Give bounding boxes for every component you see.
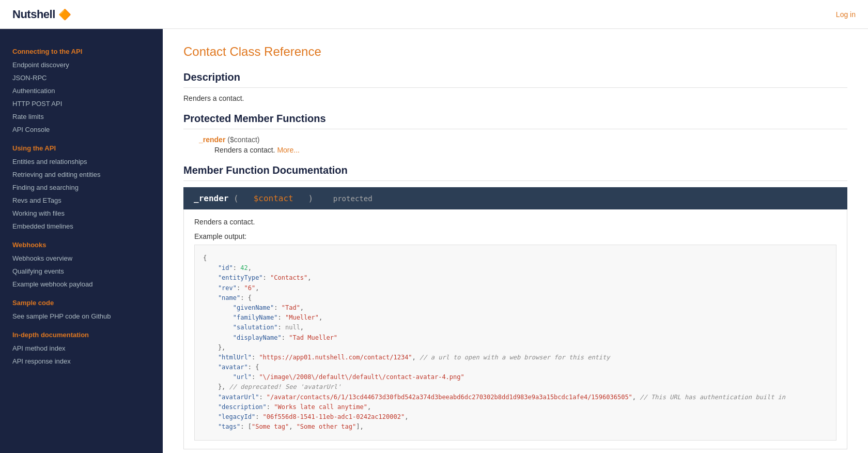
sidebar-item-rate-limits[interactable]: Rate limits xyxy=(0,110,163,123)
sidebar-item-retrieving-editing[interactable]: Retrieving and editing entities xyxy=(0,168,163,181)
sidebar-item-entities-relationships[interactable]: Entities and relationships xyxy=(0,155,163,168)
member-func-params: ($contact) xyxy=(227,135,259,144)
sidebar: Connecting to the API Endpoint discovery… xyxy=(0,29,163,453)
header: Nutshell 🔶 Log in xyxy=(0,0,868,29)
logo: Nutshell 🔶 xyxy=(12,8,71,21)
layout: Connecting to the API Endpoint discovery… xyxy=(0,29,868,453)
description-section: Description Renders a contact. xyxy=(183,71,847,102)
logo-text: Nutshell xyxy=(12,8,55,21)
sidebar-section-sample-code[interactable]: Sample code xyxy=(0,291,163,310)
sidebar-item-endpoint-discovery[interactable]: Endpoint discovery xyxy=(0,58,163,71)
member-row-render: _render ($contact) xyxy=(199,135,847,144)
sidebar-item-webhooks-overview[interactable]: Webhooks overview xyxy=(0,252,163,265)
description-text: Renders a contact. xyxy=(183,94,847,102)
member-desc-text: Renders a contact. xyxy=(214,146,275,154)
example-label: Example output: xyxy=(194,232,836,240)
sidebar-item-json-rpc[interactable]: JSON-RPC xyxy=(0,71,163,84)
sidebar-item-api-method-index[interactable]: API method index xyxy=(0,342,163,355)
sidebar-item-revs-etags[interactable]: Revs and ETags xyxy=(0,194,163,207)
main-content: Contact Class Reference Description Rend… xyxy=(163,29,868,453)
member-function-doc-title: Member Function Documentation xyxy=(183,164,847,181)
func-header: _render ( $contact ) protected xyxy=(183,187,847,209)
member-func-name: _render xyxy=(199,135,225,144)
sidebar-item-qualifying-events[interactable]: Qualifying events xyxy=(0,265,163,278)
sidebar-item-working-with-files[interactable]: Working with files xyxy=(0,207,163,220)
sidebar-item-embedded-timelines[interactable]: Embedded timelines xyxy=(0,220,163,233)
sidebar-section-indepth[interactable]: In-depth documentation xyxy=(0,323,163,342)
more-link[interactable]: More... xyxy=(277,146,300,154)
page-title: Contact Class Reference xyxy=(183,44,847,59)
func-close-paren: ) xyxy=(308,193,314,203)
sidebar-section-connecting[interactable]: Connecting to the API xyxy=(0,39,163,58)
sidebar-item-finding-searching[interactable]: Finding and searching xyxy=(0,181,163,194)
sidebar-item-example-webhook[interactable]: Example webhook payload xyxy=(0,278,163,291)
func-protected-label: protected xyxy=(333,194,373,203)
protected-functions-title: Protected Member Functions xyxy=(183,113,847,129)
sidebar-item-sample-php[interactable]: See sample PHP code on Github xyxy=(0,310,163,323)
sidebar-item-api-console[interactable]: API Console xyxy=(0,123,163,136)
func-body: Renders a contact. Example output: { "id… xyxy=(183,209,847,449)
sidebar-section-using[interactable]: Using the API xyxy=(0,136,163,155)
sidebar-item-http-post-api[interactable]: HTTP POST API xyxy=(0,97,163,110)
sidebar-section-webhooks[interactable]: Webhooks xyxy=(0,233,163,252)
func-open-paren: ( xyxy=(234,193,239,203)
func-param: $contact xyxy=(254,193,293,203)
description-title: Description xyxy=(183,71,847,88)
member-function-doc-section: Member Function Documentation _render ( … xyxy=(183,164,847,449)
logo-icon: 🔶 xyxy=(58,8,71,21)
sidebar-item-api-response-index[interactable]: API response index xyxy=(0,355,163,368)
sidebar-item-authentication[interactable]: Authentication xyxy=(0,84,163,97)
member-table: _render ($contact) Renders a contact. Mo… xyxy=(183,135,847,154)
member-desc: Renders a contact. More... xyxy=(199,146,847,154)
func-header-name: _render xyxy=(194,193,228,203)
func-body-desc: Renders a contact. xyxy=(194,218,836,226)
code-block: { "id": 42, "entityType": "Contacts", "r… xyxy=(194,245,836,441)
login-link[interactable]: Log in xyxy=(836,10,856,19)
protected-functions-section: Protected Member Functions _render ($con… xyxy=(183,113,847,154)
